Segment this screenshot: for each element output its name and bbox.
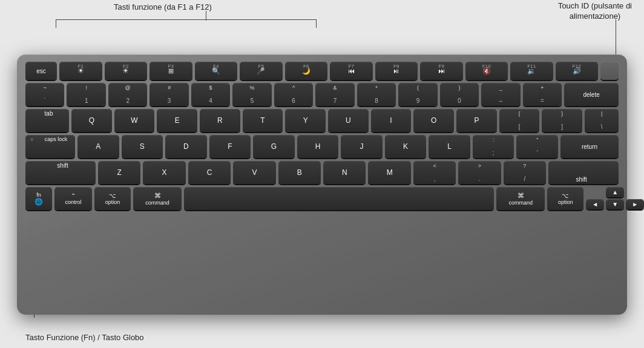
key-touch-id[interactable] <box>600 62 619 80</box>
key-backslash[interactable]: |\ <box>585 109 619 132</box>
number-row: ~` !1 @2 #3 $4 %5 ^6 &7 <box>25 83 619 106</box>
bracket-line-mid <box>316 19 317 28</box>
key-f4[interactable]: 🔍 F4 <box>195 62 238 80</box>
key-3[interactable]: #3 <box>150 83 188 106</box>
key-arrow-left[interactable]: ◄ <box>586 199 604 209</box>
key-a[interactable]: A <box>77 135 119 158</box>
key-f7[interactable]: ⏮ F7 <box>330 62 373 80</box>
key-q[interactable]: Q <box>71 109 112 132</box>
fn-key-row: esc ☀ F1 ☀ F2 ⊞ F3 🔍 F4 🎤 F5 🌙 <box>25 62 619 80</box>
key-e[interactable]: E <box>157 109 197 132</box>
arrow-cluster: ▲ ◄ ▼ ► <box>586 187 619 210</box>
key-l[interactable]: L <box>429 135 470 158</box>
key-y[interactable]: Y <box>285 109 326 132</box>
key-f11[interactable]: 🔉 F11 <box>510 62 553 80</box>
key-arrow-down[interactable]: ▼ <box>606 199 624 209</box>
key-delete[interactable]: delete <box>564 83 619 106</box>
key-f10[interactable]: 🔇 F10 <box>465 62 508 80</box>
key-f[interactable]: F <box>209 135 251 158</box>
key-close-bracket[interactable]: }] <box>542 109 582 132</box>
modifier-row: fn 🌐 ⌃ control ⌥ option ⌘ command ⌘ comm… <box>25 187 619 210</box>
key-period[interactable]: >. <box>458 161 501 184</box>
key-command-right[interactable]: ⌘ command <box>496 187 545 210</box>
key-open-bracket[interactable]: {[ <box>499 109 540 132</box>
key-f6[interactable]: 🌙 F6 <box>285 62 328 80</box>
key-b[interactable]: B <box>278 161 321 184</box>
key-v[interactable]: V <box>233 161 275 184</box>
key-4[interactable]: $4 <box>191 83 230 106</box>
key-5[interactable]: %5 <box>232 83 271 106</box>
key-p[interactable]: P <box>456 109 497 132</box>
key-r[interactable]: R <box>200 109 240 132</box>
touch-id-line <box>616 19 616 56</box>
key-8[interactable]: *8 <box>357 83 396 106</box>
key-command-left[interactable]: ⌘ command <box>133 187 182 210</box>
key-f12[interactable]: 🔊 F12 <box>556 62 599 80</box>
key-minus[interactable]: _– <box>481 83 520 106</box>
keyboard-container: esc ☀ F1 ☀ F2 ⊞ F3 🔍 F4 🎤 F5 🌙 <box>17 54 627 315</box>
keyboard: esc ☀ F1 ☀ F2 ⊞ F3 🔍 F4 🎤 F5 🌙 <box>17 54 627 315</box>
key-quote[interactable]: "' <box>516 135 558 158</box>
key-1[interactable]: !1 <box>67 83 105 106</box>
key-o[interactable]: O <box>413 109 454 132</box>
key-f1[interactable]: ☀ F1 <box>59 62 102 80</box>
tasti-funzione-label: Tasti funzione (da F1 a F12) <box>114 2 212 13</box>
key-9[interactable]: (9 <box>398 83 437 106</box>
key-esc[interactable]: esc <box>25 62 57 80</box>
key-s[interactable]: S <box>122 135 163 158</box>
key-t[interactable]: T <box>243 109 283 132</box>
key-equals[interactable]: += <box>523 83 562 106</box>
shift-row: shift Z X C V B N M <, >. ?/ shift <box>25 161 619 184</box>
key-i[interactable]: I <box>371 109 412 132</box>
key-x[interactable]: X <box>143 161 185 184</box>
key-space[interactable] <box>184 187 494 210</box>
key-f5[interactable]: 🎤 F5 <box>240 62 283 80</box>
bracket-line-top <box>56 19 316 20</box>
key-control[interactable]: ⌃ control <box>54 187 92 210</box>
key-k[interactable]: K <box>385 135 427 158</box>
key-f3[interactable]: ⊞ F3 <box>150 62 192 80</box>
key-return[interactable]: return <box>560 135 619 158</box>
key-7[interactable]: &7 <box>315 83 354 106</box>
key-f2[interactable]: ☀ F2 <box>105 62 148 80</box>
key-n[interactable]: N <box>323 161 366 184</box>
key-tab[interactable]: tab <box>25 109 69 132</box>
key-2[interactable]: @2 <box>108 83 147 106</box>
key-option-right[interactable]: ⌥ option <box>547 187 583 210</box>
key-slash[interactable]: ?/ <box>504 161 546 184</box>
key-arrow-right[interactable]: ► <box>626 199 644 209</box>
key-d[interactable]: D <box>165 135 207 158</box>
key-f8[interactable]: ⏯ F8 <box>375 62 418 80</box>
key-0[interactable]: )0 <box>440 83 479 106</box>
bracket-arrow <box>206 11 206 21</box>
key-j[interactable]: J <box>341 135 383 158</box>
key-shift-right[interactable]: shift <box>548 161 619 184</box>
key-u[interactable]: U <box>328 109 369 132</box>
key-semicolon[interactable]: :; <box>473 135 514 158</box>
key-m[interactable]: M <box>368 161 410 184</box>
key-option-left[interactable]: ⌥ option <box>94 187 131 210</box>
key-c[interactable]: C <box>188 161 231 184</box>
bracket-line-left <box>56 19 56 28</box>
key-comma[interactable]: <, <box>413 161 456 184</box>
caps-row: caps lock A S D F G H J K L :; "' return <box>25 135 619 158</box>
key-fn[interactable]: fn 🌐 <box>25 187 52 210</box>
key-backtick[interactable]: ~` <box>25 83 64 106</box>
key-shift-left[interactable]: shift <box>25 161 96 184</box>
key-g[interactable]: G <box>253 135 295 158</box>
key-arrow-up[interactable]: ▲ <box>606 187 624 197</box>
touch-id-label: Touch ID (pulsante dialimentazione) <box>558 1 632 22</box>
key-z[interactable]: Z <box>98 161 140 184</box>
fn-glob-label: Tasto Funzione (Fn) / Tasto Globo <box>25 333 144 343</box>
tab-row: tab Q W E R T Y U I O P {[ }] |\ <box>25 109 619 132</box>
key-f9[interactable]: ⏭ F9 <box>420 62 463 80</box>
key-caps-lock[interactable]: caps lock <box>25 135 75 158</box>
key-6[interactable]: ^6 <box>274 83 313 106</box>
key-w[interactable]: W <box>114 109 155 132</box>
key-h[interactable]: H <box>297 135 339 158</box>
